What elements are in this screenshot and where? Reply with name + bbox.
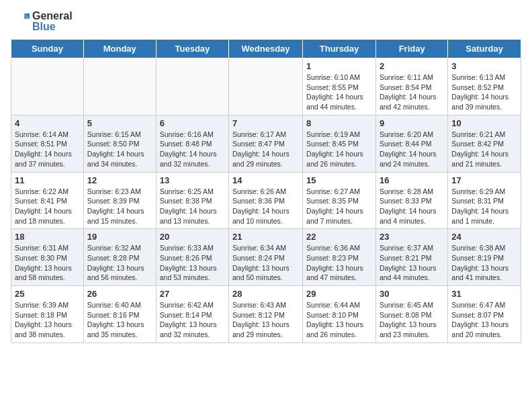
day-cell: 11Sunrise: 6:22 AMSunset: 8:41 PMDayligh… [11,172,84,229]
day-cell [229,58,303,116]
day-cell: 27Sunrise: 6:42 AMSunset: 8:14 PMDayligh… [156,286,228,343]
day-info: Sunrise: 6:45 AMSunset: 8:08 PMDaylight:… [380,300,444,340]
day-number: 22 [306,232,372,242]
day-info: Sunrise: 6:33 AMSunset: 8:26 PMDaylight:… [160,243,225,283]
day-cell: 20Sunrise: 6:33 AMSunset: 8:26 PMDayligh… [156,229,228,286]
day-number: 25 [15,289,80,299]
day-number: 13 [160,175,225,185]
day-cell: 26Sunrise: 6:40 AMSunset: 8:16 PMDayligh… [83,286,156,343]
day-number: 5 [87,118,152,128]
day-info: Sunrise: 6:26 AMSunset: 8:36 PMDaylight:… [232,187,299,226]
day-number: 14 [232,175,299,185]
day-info: Sunrise: 6:39 AMSunset: 8:18 PMDaylight:… [15,300,80,340]
day-cell: 9Sunrise: 6:20 AMSunset: 8:44 PMDaylight… [375,115,447,172]
day-number: 29 [306,289,372,299]
day-info: Sunrise: 6:28 AMSunset: 8:33 PMDaylight:… [380,187,444,226]
day-number: 30 [380,289,444,299]
day-info: Sunrise: 6:14 AMSunset: 8:51 PMDaylight:… [15,130,80,169]
day-number: 24 [451,232,517,242]
day-cell: 19Sunrise: 6:32 AMSunset: 8:28 PMDayligh… [83,229,156,286]
day-cell: 16Sunrise: 6:28 AMSunset: 8:33 PMDayligh… [375,172,447,229]
day-cell: 21Sunrise: 6:34 AMSunset: 8:24 PMDayligh… [229,229,303,286]
day-number: 19 [87,232,152,242]
day-number: 6 [160,118,225,128]
day-number: 1 [306,61,372,71]
day-info: Sunrise: 6:37 AMSunset: 8:21 PMDaylight:… [380,243,444,283]
day-info: Sunrise: 6:17 AMSunset: 8:47 PMDaylight:… [232,130,299,169]
day-info: Sunrise: 6:23 AMSunset: 8:39 PMDaylight:… [87,187,152,226]
day-info: Sunrise: 6:42 AMSunset: 8:14 PMDaylight:… [160,300,225,340]
day-info: Sunrise: 6:19 AMSunset: 8:45 PMDaylight:… [306,130,372,169]
day-cell: 5Sunrise: 6:15 AMSunset: 8:50 PMDaylight… [83,115,156,172]
day-number: 18 [15,232,80,242]
day-info: Sunrise: 6:27 AMSunset: 8:35 PMDaylight:… [306,187,372,226]
day-number: 27 [160,289,225,299]
day-info: Sunrise: 6:25 AMSunset: 8:38 PMDaylight:… [160,187,225,226]
day-info: Sunrise: 6:22 AMSunset: 8:41 PMDaylight:… [15,187,80,226]
day-cell: 1Sunrise: 6:10 AMSunset: 8:55 PMDaylight… [303,58,376,116]
day-cell: 10Sunrise: 6:21 AMSunset: 8:42 PMDayligh… [448,115,521,172]
day-cell: 23Sunrise: 6:37 AMSunset: 8:21 PMDayligh… [375,229,447,286]
day-cell: 30Sunrise: 6:45 AMSunset: 8:08 PMDayligh… [375,286,447,343]
day-cell [156,58,228,116]
day-cell: 18Sunrise: 6:31 AMSunset: 8:30 PMDayligh… [11,229,84,286]
day-number: 20 [160,232,225,242]
day-number: 23 [380,232,444,242]
day-info: Sunrise: 6:36 AMSunset: 8:23 PMDaylight:… [306,243,372,283]
day-number: 21 [232,232,299,242]
week-row-4: 18Sunrise: 6:31 AMSunset: 8:30 PMDayligh… [11,229,521,286]
logo: General Blue [11,11,73,32]
day-info: Sunrise: 6:40 AMSunset: 8:16 PMDaylight:… [87,300,152,340]
day-cell: 25Sunrise: 6:39 AMSunset: 8:18 PMDayligh… [11,286,84,343]
calendar-table: SundayMondayTuesdayWednesdayThursdayFrid… [11,39,521,343]
day-info: Sunrise: 6:21 AMSunset: 8:42 PMDaylight:… [451,130,517,169]
day-info: Sunrise: 6:16 AMSunset: 8:48 PMDaylight:… [160,130,225,169]
day-info: Sunrise: 6:13 AMSunset: 8:52 PMDaylight:… [451,73,517,112]
day-cell: 24Sunrise: 6:38 AMSunset: 8:19 PMDayligh… [448,229,521,286]
day-number: 2 [380,61,444,71]
logo-icon-block [11,12,30,31]
day-cell: 13Sunrise: 6:25 AMSunset: 8:38 PMDayligh… [156,172,228,229]
weekday-header-row: SundayMondayTuesdayWednesdayThursdayFrid… [11,40,521,58]
week-row-1: 1Sunrise: 6:10 AMSunset: 8:55 PMDaylight… [11,58,521,116]
day-number: 31 [451,289,517,299]
day-cell: 6Sunrise: 6:16 AMSunset: 8:48 PMDaylight… [156,115,228,172]
day-cell: 8Sunrise: 6:19 AMSunset: 8:45 PMDaylight… [303,115,376,172]
day-number: 9 [380,118,444,128]
day-cell: 22Sunrise: 6:36 AMSunset: 8:23 PMDayligh… [303,229,376,286]
day-info: Sunrise: 6:47 AMSunset: 8:07 PMDaylight:… [451,300,517,340]
week-row-2: 4Sunrise: 6:14 AMSunset: 8:51 PMDaylight… [11,115,521,172]
day-info: Sunrise: 6:44 AMSunset: 8:10 PMDaylight:… [306,300,372,340]
weekday-header-sunday: Sunday [11,40,84,58]
logo-svg [11,12,30,31]
day-info: Sunrise: 6:29 AMSunset: 8:31 PMDaylight:… [451,187,517,226]
day-number: 17 [451,175,517,185]
day-cell: 2Sunrise: 6:11 AMSunset: 8:54 PMDaylight… [375,58,447,116]
weekday-header-friday: Friday [375,40,447,58]
day-number: 28 [232,289,299,299]
day-number: 10 [451,118,517,128]
day-number: 3 [451,61,517,71]
logo-text-block: General Blue [11,11,73,32]
day-cell: 15Sunrise: 6:27 AMSunset: 8:35 PMDayligh… [303,172,376,229]
day-number: 12 [87,175,152,185]
day-number: 7 [232,118,299,128]
day-info: Sunrise: 6:11 AMSunset: 8:54 PMDaylight:… [380,73,444,112]
day-number: 11 [15,175,80,185]
day-cell: 4Sunrise: 6:14 AMSunset: 8:51 PMDaylight… [11,115,84,172]
day-cell: 14Sunrise: 6:26 AMSunset: 8:36 PMDayligh… [229,172,303,229]
day-info: Sunrise: 6:10 AMSunset: 8:55 PMDaylight:… [306,73,372,112]
week-row-5: 25Sunrise: 6:39 AMSunset: 8:18 PMDayligh… [11,286,521,343]
weekday-header-monday: Monday [83,40,156,58]
day-info: Sunrise: 6:38 AMSunset: 8:19 PMDaylight:… [451,243,517,283]
day-info: Sunrise: 6:32 AMSunset: 8:28 PMDaylight:… [87,243,152,283]
weekday-header-saturday: Saturday [448,40,521,58]
logo-general-label: General [32,11,73,21]
weekday-header-thursday: Thursday [303,40,376,58]
day-cell: 29Sunrise: 6:44 AMSunset: 8:10 PMDayligh… [303,286,376,343]
day-info: Sunrise: 6:20 AMSunset: 8:44 PMDaylight:… [380,130,444,169]
day-cell [83,58,156,116]
day-cell: 28Sunrise: 6:43 AMSunset: 8:12 PMDayligh… [229,286,303,343]
day-number: 16 [380,175,444,185]
day-cell: 12Sunrise: 6:23 AMSunset: 8:39 PMDayligh… [83,172,156,229]
